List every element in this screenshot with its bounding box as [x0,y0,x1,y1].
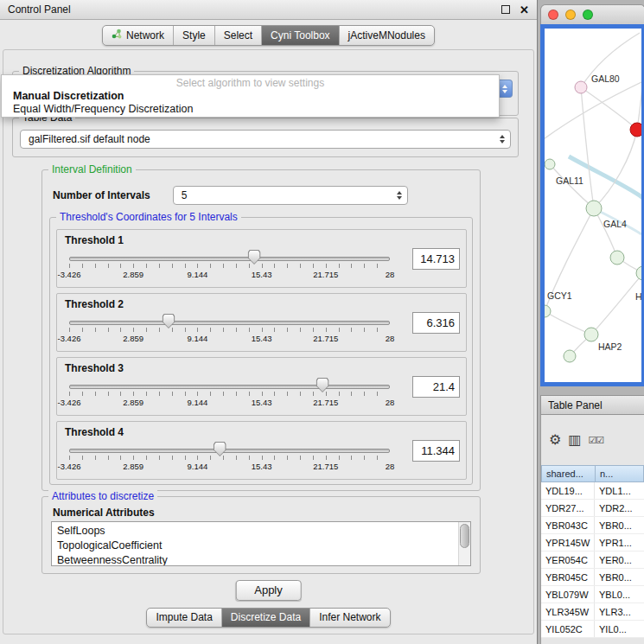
table-panel-toolbar: ⚙▥☑☑ [541,415,644,465]
threshold-value-field[interactable]: 14.713 [412,248,460,270]
table-cell[interactable]: YER054C [541,552,595,568]
network-node[interactable] [586,201,602,216]
window-title: Control Panel [8,3,71,16]
table-cell[interactable]: YDL1... [595,482,644,499]
table-panel: ⚙▥☑☑ shared...n... YDL19...YDL1...YDR27.… [540,415,644,644]
zoom-light[interactable] [583,10,593,20]
scale-label: 2.859 [123,334,143,343]
table-body: YDL19...YDL1...YDR27...YDR2...YBR043CYBR… [541,482,644,638]
network-node[interactable] [564,350,576,362]
slider-track[interactable] [69,449,390,453]
network-node[interactable] [545,305,551,317]
table-cell[interactable]: YBR0... [595,517,644,533]
threshold-slider[interactable]: -3.4262.8599.14415.4321.71528 [69,441,390,475]
slider-handle[interactable] [316,378,329,392]
close-icon[interactable]: ✕ [520,4,529,16]
table-cell[interactable]: YLR3... [595,603,644,620]
table-cell[interactable]: YBL079W [541,586,595,603]
slider-handle[interactable] [163,314,175,328]
table-cell[interactable]: YBL0... [595,586,644,603]
network-node[interactable] [630,123,641,137]
table-row[interactable]: YIL052CYIL0... [541,621,644,638]
threshold-rows: Threshold 1-3.4262.8599.14415.4321.71528… [50,218,472,484]
network-node[interactable] [545,159,555,169]
thresholds-group: Threshold's Coordinates for 5 Intervals … [49,217,473,485]
select-all-rows-icon[interactable]: ☑☑ [588,436,603,445]
tab-discretize-data[interactable]: Discretize Data [221,609,309,627]
tab-label: Infer Network [319,611,380,623]
scrollbar-thumb[interactable] [460,524,469,548]
number-of-intervals-combobox[interactable]: 5 [173,186,408,205]
slider-handle[interactable] [214,442,226,456]
table-row[interactable]: YDL19...YDL1... [541,482,644,500]
table-row[interactable]: YBR045CYBR0... [541,569,644,586]
table-cell[interactable]: YPR145W [541,534,595,551]
tab-infer-network[interactable]: Infer Network [309,609,389,627]
show-columns-icon[interactable]: ▥ [568,433,581,447]
table-cell[interactable]: YIL0... [595,621,644,637]
network-node[interactable] [636,266,641,280]
table-cell[interactable]: YIL052C [541,621,595,637]
network-canvas[interactable]: GAL80GAL11GAL4GCY1HHAP2 [540,24,644,386]
table-cell[interactable]: YDL19... [541,482,595,499]
group-title: Attributes to discretize [48,490,157,502]
network-window-titlebar[interactable] [540,4,644,24]
tab-network[interactable]: Network [103,26,173,45]
table-panel-titlebar[interactable]: Table Panel [540,395,644,415]
attribute-list-item[interactable]: SelfLoops [57,524,470,539]
tab-cyni-toolbox[interactable]: Cyni Toolbox [261,26,338,45]
table-row[interactable]: YBL079WYBL0... [541,586,644,603]
slider-handle[interactable] [248,250,261,265]
network-graph[interactable]: GAL80GAL11GAL4GCY1HHAP2 [545,29,641,382]
algorithm-dropdown-popup: Select algorithm to view settings Manual… [1,74,500,118]
table-cell[interactable]: YBR043C [541,517,595,533]
numerical-attributes-listbox[interactable]: SelfLoopsTopologicalCoefficientBetweenne… [51,521,471,566]
settings-gear-icon[interactable]: ⚙ [549,433,561,447]
threshold-value-field[interactable]: 21.4 [412,376,460,398]
table-cell[interactable]: YDR27... [541,500,595,516]
column-header[interactable]: n... [595,465,644,482]
network-node[interactable] [575,81,587,93]
scale-label: 21.715 [313,334,338,343]
attribute-list-item[interactable]: BetweennessCentrality [57,553,470,566]
table-data-combobox[interactable]: galFiltered.sif default node [20,130,511,149]
scale-label: 21.715 [313,270,338,279]
table-cell[interactable]: YBR0... [595,569,644,585]
network-node[interactable] [584,328,598,341]
table-row[interactable]: YLR345WYLR3... [541,603,644,621]
tab-label: Network [126,29,164,41]
apply-button[interactable]: Apply [235,580,302,601]
table-cell[interactable]: YLR345W [541,603,595,620]
minimize-light[interactable] [565,10,576,20]
list-scrollbar[interactable] [458,522,470,565]
threshold-slider[interactable]: -3.4262.8599.14415.4321.71528 [69,377,390,411]
table-row[interactable]: YDR27...YDR2... [541,500,644,517]
threshold-value-field[interactable]: 6.316 [412,312,460,334]
close-light[interactable] [548,10,558,20]
tab-style[interactable]: Style [173,26,214,45]
threshold-value-field[interactable]: 11.344 [412,440,460,462]
threshold-slider[interactable]: -3.4262.8599.14415.4321.71528 [69,313,390,348]
float-window-icon[interactable] [501,5,510,14]
algorithm-option-equal-width[interactable]: Equal Width/Frequency Discretization [2,102,499,115]
tab-impute-data[interactable]: Impute Data [147,609,220,627]
threshold-row: Threshold 3-3.4262.8599.14415.4321.71528… [56,357,467,416]
column-header[interactable]: shared... [541,465,595,482]
table-cell[interactable]: YDR2... [595,500,644,516]
table-row[interactable]: YBR043CYBR0... [541,517,644,534]
tab-select[interactable]: Select [214,26,261,45]
tab-jactivemnodules[interactable]: jActiveMNodules [339,26,434,45]
slider-track[interactable] [69,385,390,389]
attribute-list-item[interactable]: TopologicalCoefficient [57,539,470,553]
table-cell[interactable]: YER0... [595,552,644,568]
table-cell[interactable]: YPR1... [595,534,644,551]
threshold-slider[interactable]: -3.4262.8599.14415.4321.71528 [69,249,390,284]
slider-track[interactable] [69,257,390,261]
algorithm-option-manual[interactable]: Manual Discretization [2,89,499,102]
slider-track[interactable] [69,321,390,325]
table-row[interactable]: YER054CYER0... [541,552,644,569]
table-cell[interactable]: YBR045C [541,569,595,585]
network-node[interactable] [610,251,624,265]
table-row[interactable]: YPR145WYPR1... [541,534,644,552]
tab-label: Impute Data [156,611,212,623]
